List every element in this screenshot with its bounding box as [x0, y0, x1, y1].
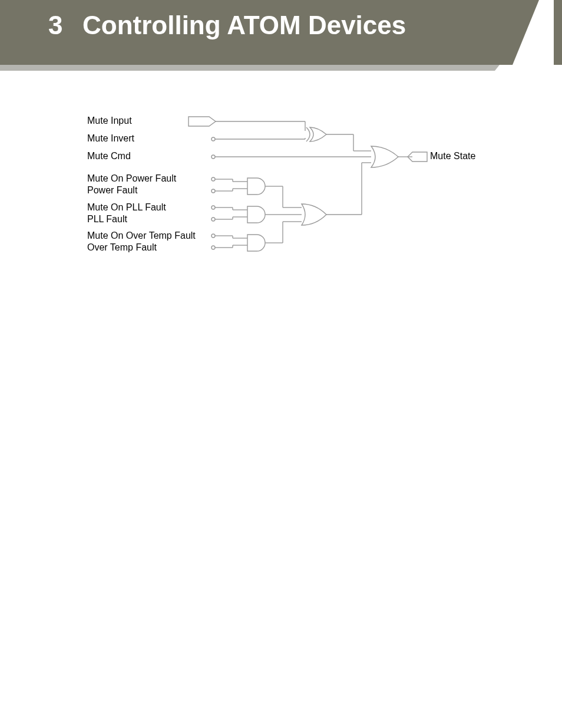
- svg-point-14: [211, 189, 215, 193]
- gate-and-overtemp: [247, 235, 265, 251]
- svg-point-29: [211, 234, 215, 238]
- svg-point-33: [211, 246, 215, 249]
- gate-and-pll: [247, 206, 265, 223]
- chapter-number: 3: [48, 11, 62, 40]
- pin-in-mute-input: [189, 117, 216, 126]
- gate-xor: [306, 127, 326, 141]
- svg-point-10: [211, 177, 215, 181]
- gate-or-final: [371, 146, 398, 167]
- svg-point-8: [211, 155, 215, 159]
- svg-point-20: [211, 206, 215, 209]
- gate-and-power: [247, 178, 265, 195]
- gate-or-faults: [302, 204, 326, 225]
- logic-svg: [82, 112, 495, 265]
- banner-underline-slant: [495, 65, 500, 71]
- svg-point-2: [211, 137, 215, 141]
- banner-underline: [0, 65, 495, 71]
- mute-logic-diagram: Mute Input Mute Invert Mute Cmd Mute On …: [82, 112, 495, 265]
- banner-slant: [513, 0, 539, 65]
- svg-point-24: [211, 218, 215, 221]
- banner-right-strip: [554, 0, 562, 65]
- chapter-title: Controlling ATOM Devices: [82, 11, 406, 40]
